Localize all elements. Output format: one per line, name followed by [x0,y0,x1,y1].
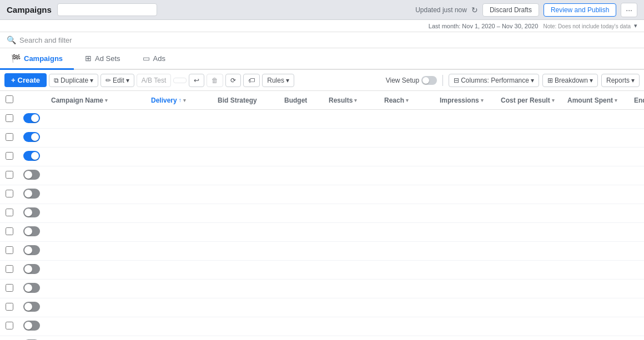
name-filter-icon[interactable]: ▾ [105,98,108,103]
more-options-button[interactable]: ··· [621,3,637,17]
tab-ads[interactable]: ▭ Ads [132,48,177,70]
campaign-toggle-switch[interactable] [23,283,40,293]
tag-button[interactable]: 🏷 [243,74,260,87]
row-campaign-name [46,242,145,261]
row-checkbox[interactable] [6,133,13,141]
header-checkbox-cell [0,91,18,110]
header-delivery[interactable]: Delivery ↑ ▾ [145,91,212,110]
row-budget [279,336,323,341]
header-campaign-name[interactable]: Campaign Name ▾ [46,91,145,110]
row-reach [379,280,434,298]
row-reach [379,261,434,280]
row-toggle-cell [18,261,46,280]
row-checkbox[interactable] [6,114,13,122]
row-checkbox[interactable] [6,284,13,292]
row-checkbox[interactable] [6,227,13,235]
row-toggle-cell [18,185,46,204]
ab-test-button[interactable]: A/B Test [137,74,171,87]
row-budget [279,317,323,336]
row-checkbox[interactable] [6,209,13,216]
row-checkbox[interactable] [6,171,13,179]
results-filter-icon[interactable]: ▾ [354,98,357,103]
undo-button[interactable]: ↩ [189,74,204,87]
row-impressions [434,242,495,261]
row-cost [495,298,562,317]
row-results [323,204,379,223]
header-impressions[interactable]: Impressions ▾ [434,91,495,110]
breakdown-button[interactable]: ⊞ Breakdown ▾ [542,74,598,87]
tab-adsets[interactable]: ⊞ Ad Sets [74,48,132,70]
delivery-sort-icon[interactable]: ↑ [179,97,182,103]
campaign-toggle-switch[interactable] [23,207,40,217]
amount-filter-icon[interactable]: ▾ [615,98,617,103]
duplicate-button[interactable]: ⧉ Duplicate ▾ [49,74,98,87]
row-bid-strategy [212,298,279,317]
header-amount-spent[interactable]: Amount Spent ▾ [562,91,628,110]
row-ends [628,298,644,317]
discard-drafts-button[interactable]: Discard Drafts [482,3,539,17]
row-toggle-cell [18,110,46,129]
date-range-selector[interactable]: Last month: Nov 1, 2020 – Nov 30, 2020 N… [429,22,637,29]
edit-icon: ✏ [105,77,111,84]
columns-button[interactable]: ⊟ Columns: Performance ▾ [449,74,539,87]
date-chevron-down-icon[interactable]: ▾ [634,22,637,29]
delivery-filter-icon[interactable]: ▾ [183,98,186,103]
row-cost [495,110,562,129]
campaign-search-input[interactable] [57,3,157,16]
header-budget[interactable]: Budget [279,91,323,110]
campaign-toggle-switch[interactable] [23,302,40,312]
campaign-toggle-switch[interactable] [23,132,40,142]
cost-filter-icon[interactable]: ▾ [552,98,555,103]
row-bid-strategy [212,110,279,129]
delete-button[interactable]: 🗑 [207,74,223,87]
tab-campaigns-label: Campaigns [24,54,63,63]
row-reach [379,317,434,336]
campaign-toggle-switch[interactable] [23,226,40,236]
row-impressions [434,298,495,317]
header-bid-strategy[interactable]: Bid Strategy [212,91,279,110]
row-ends [628,166,644,185]
campaign-toggle-switch[interactable] [23,264,40,274]
review-publish-button[interactable]: Review and Publish [544,3,616,17]
refresh-icon[interactable]: ↻ [471,6,478,14]
campaign-toggle-switch[interactable] [23,189,40,199]
header-ends[interactable]: Ends ▾ [628,91,644,110]
header-cost-per-result[interactable]: Cost per Result ▾ [495,91,562,110]
row-checkbox[interactable] [6,152,13,160]
campaign-toggle-switch[interactable] [23,113,40,123]
header-results[interactable]: Results ▾ [323,91,379,110]
row-checkbox[interactable] [6,265,13,273]
campaign-toggle-switch[interactable] [23,245,40,255]
edit-button[interactable]: ✏ Edit ▾ [100,74,134,87]
row-budget [279,298,323,317]
tab-campaigns[interactable]: 🏁 Campaigns [0,48,74,70]
reach-filter-icon[interactable]: ▾ [406,98,409,103]
select-all-checkbox[interactable] [6,95,13,103]
row-checkbox-cell [0,298,18,317]
search-filter-placeholder[interactable]: Search and filter [19,36,72,44]
campaigns-table: Campaign Name ▾ Delivery ↑ ▾ Bid Strateg… [0,91,644,340]
plus-icon: + [11,76,16,84]
row-checkbox-cell [0,185,18,204]
reports-button[interactable]: Reports ▾ [601,74,640,87]
row-results [323,336,379,341]
campaign-toggle-switch[interactable] [23,170,40,180]
row-impressions [434,148,495,166]
share-button[interactable]: ⟳ [225,74,241,87]
header-reach[interactable]: Reach ▾ [379,91,434,110]
toolbar-separator-1 [442,75,443,86]
edit-chevron-icon: ▾ [126,77,129,84]
row-checkbox[interactable] [6,303,13,311]
campaign-toggle-switch[interactable] [23,321,40,331]
row-amount [562,166,628,185]
row-cost [495,223,562,242]
view-setup-toggle-switch[interactable] [421,76,437,85]
row-checkbox[interactable] [6,322,13,329]
row-checkbox[interactable] [6,246,13,254]
create-button[interactable]: + Create [4,73,47,87]
campaign-toggle-switch[interactable] [23,151,40,161]
action-button-1[interactable] [173,78,187,83]
rules-button[interactable]: Rules ▾ [262,74,294,87]
row-checkbox[interactable] [6,190,13,197]
impressions-filter-icon[interactable]: ▾ [481,98,484,103]
